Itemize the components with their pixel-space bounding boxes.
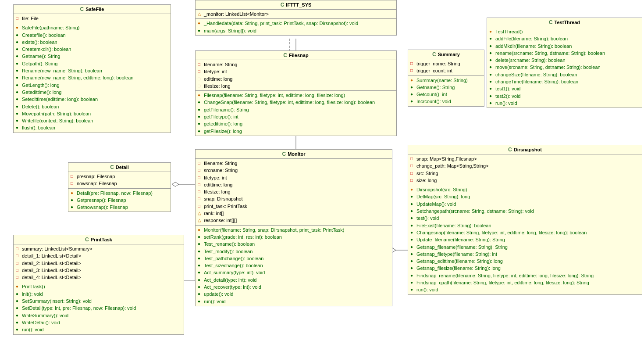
method-text: run(): void (495, 100, 517, 106)
printtask-header: C PrintTask (14, 235, 184, 244)
field-text: detail_1: LinkedList<Detail> (22, 253, 81, 259)
filesnap-fields: □filename: String □filetype: int □editti… (196, 60, 396, 91)
field-row: □filetype: int (198, 68, 394, 75)
method-row: ●Act_detail(type: int): void (198, 276, 390, 283)
dirsnapshot-header: C Dirsnapshot (408, 145, 642, 154)
vis-icon: ● (489, 86, 495, 91)
vis-icon: ● (198, 234, 203, 240)
method-text: changeSize(filename: String): boolean (495, 72, 577, 78)
printtask-fields: □summary: LinkedList<Summary> □detail_1:… (14, 244, 184, 282)
method-text: PrintTask() (22, 283, 45, 290)
method-text: setRank(grade: int, res: int): boolean (204, 234, 282, 240)
method-row: ●Setedittime(edittime: long): boolean (16, 96, 168, 103)
method-text: Rename(new_name: String, edittime: long)… (22, 75, 133, 81)
method-text: Getnowsnap(): Filesnap (77, 204, 128, 210)
dirsnapshot-fields: □snap: Map<String,Filesnap> □change_path… (408, 154, 642, 185)
method-row: ●test2(): void (489, 93, 640, 100)
method-text: SetDetail(type: int, pre: Filesnap, now:… (22, 305, 136, 311)
method-row: ●Rename(new_name: String, edittime: long… (16, 74, 168, 81)
vis-icon: □ (71, 173, 76, 179)
field-row: □edittime: long (198, 75, 394, 82)
field-text: trigger_name: String (416, 61, 460, 67)
method-text: Getsnap_edittime(filename: String): long (416, 258, 503, 264)
method-text: WriteDetail(): void (22, 319, 60, 326)
vis-icon: ● (16, 104, 21, 109)
vis-icon: ● (71, 190, 76, 196)
method-row: ●Incrcount(): void (410, 98, 482, 105)
monitor-fields: □filename: String □srcname: String □file… (196, 159, 392, 226)
method-text: test2(): void (495, 93, 520, 99)
method-text: _Handledata(data: String, print_task: Pr… (204, 20, 358, 26)
method-text: delete(srcname: String): boolean (495, 57, 566, 63)
ifttt-methods: ●_Handledata(data: String, print_task: P… (196, 19, 396, 35)
summary-class: C Summary □trigger_name: String □trigger… (408, 50, 484, 107)
vis-icon: ● (410, 222, 416, 228)
vis-icon: ● (489, 57, 495, 63)
printtask-title: PrintTask (91, 237, 112, 242)
method-row: ●Changesnap(filename: String, filetype: … (410, 229, 640, 236)
vis-icon: ● (16, 82, 21, 88)
method-text: Getname(): String (416, 84, 455, 90)
method-text: WriteSummary(): void (22, 312, 68, 319)
method-text: Getname(): String (22, 53, 60, 59)
field-row: △ _monitor: LinkedList<Monitor> (198, 11, 394, 18)
field-text: _monitor: LinkedList<Monitor> (204, 11, 269, 17)
vis-icon: ● (489, 79, 495, 84)
detail-fields: □presnap: Filesnap □nowsnap: Filesnap (68, 172, 171, 189)
field-text: response: int[][] (204, 217, 237, 223)
method-text: run(): void (416, 287, 438, 293)
method-row: ●Rename(new_name: String): boolean (16, 67, 168, 74)
printtask-methods: ●PrintTask() ●init(): void ●SetSummary(i… (14, 282, 184, 334)
vis-icon: □ (198, 175, 203, 180)
method-row: ●Filesnap(filename: String, filetype: in… (198, 92, 394, 99)
vis-icon: ● (198, 128, 203, 134)
vis-icon: ● (16, 53, 21, 59)
vis-icon: ● (16, 298, 21, 304)
method-text: Rename(new_name: String): boolean (22, 68, 102, 74)
method-row: ●move(srcname: String, dstname: String):… (489, 64, 640, 71)
vis-icon: ● (198, 262, 203, 268)
method-row: ●Createfile(): boolean (16, 32, 168, 39)
field-row: □summary: LinkedList<Summary> (16, 245, 181, 252)
vis-icon: ● (198, 20, 203, 26)
method-row: ●setRank(grade: int, res: int): boolean (198, 233, 390, 240)
vis-icon: ● (410, 244, 416, 250)
method-row: ●run(): void (489, 100, 640, 107)
vis-icon: ● (410, 194, 416, 199)
field-text: snap: Map<String,Filesnap> (416, 156, 477, 162)
vis-icon: ● (198, 227, 203, 233)
vis-icon: ● (198, 114, 203, 119)
detail-header: C Detail (68, 163, 171, 172)
field-text: edittime: long (204, 76, 232, 82)
vis-icon: ● (16, 61, 21, 66)
method-text: rename(srcname: String, dstname: String)… (495, 50, 605, 56)
vis-icon: ● (198, 291, 203, 297)
method-text: Incrcount(): void (416, 98, 451, 104)
vis-icon: ● (16, 75, 21, 80)
field-row: □snap: Map<String,Filesnap> (410, 155, 640, 162)
method-text: ChangeSnap(filename: String, filetype: i… (204, 99, 375, 105)
method-text: Filesnap(filename: String, filetype: int… (204, 92, 345, 98)
method-row: ●flush(): boolean (16, 124, 168, 131)
dirsnapshot-icon: C (508, 147, 512, 153)
vis-icon: ● (16, 89, 21, 95)
vis-icon: ● (198, 92, 203, 98)
detail-title: Detail (116, 165, 129, 170)
field-row: □nowsnap: Filesnap (71, 180, 168, 187)
vis-icon: ● (16, 319, 21, 325)
method-row: ●delete(srcname: String): boolean (489, 57, 640, 64)
filesnap-header: C Filesnap (196, 51, 396, 60)
field-text: detail_2: LinkedList<Detail> (22, 260, 81, 266)
vis-icon: ● (410, 77, 416, 83)
monitor-title: Monitor (288, 151, 305, 157)
field-row: □detail_3: LinkedList<Detail> (16, 267, 181, 274)
method-row: ●main(args: String[]): void (198, 27, 394, 34)
field-text: src: String (416, 170, 438, 176)
summary-header: C Summary (408, 50, 484, 59)
method-row: ●run(): void (16, 326, 181, 333)
method-text: init(): void (22, 291, 43, 297)
safefile-header: C SafeFile (14, 5, 171, 14)
summary-icon: C (432, 51, 436, 57)
summary-methods: ●Summary(name: String) ●Getname(): Strin… (408, 76, 484, 106)
method-text: Getcount(): int (416, 91, 447, 97)
